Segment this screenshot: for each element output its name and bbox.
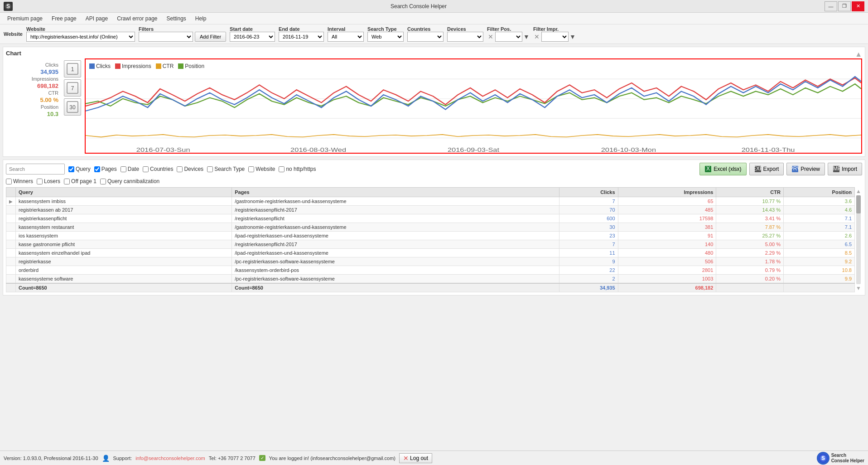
end-date-select[interactable]: 2016-11-19 xyxy=(279,32,324,42)
table-row: orderbird /kassensystem-orderbird-pos 22… xyxy=(6,266,855,275)
row-impressions: 140 xyxy=(618,240,716,249)
export-button[interactable]: EXP Export xyxy=(749,163,784,175)
menu-crawl-error[interactable]: Crawl error page xyxy=(113,15,161,23)
scroll-down-arrow[interactable]: ▼ xyxy=(856,285,861,291)
impressions-label: Impressions xyxy=(8,76,58,82)
chart-area: Clicks Impressions CTR Position xyxy=(85,58,862,154)
countries-select[interactable] xyxy=(407,32,444,42)
row-page: /gastronomie-registrierkassen-und-kassen… xyxy=(232,223,559,232)
checkbox-devices[interactable]: Devices xyxy=(177,166,203,172)
row-position: 9.2 xyxy=(783,257,854,266)
checkbox-countries[interactable]: Countries xyxy=(143,166,173,172)
footer-query-count: Count=8650 xyxy=(16,283,232,292)
website-select[interactable]: http://registrierkassen-test.info/ (Onli… xyxy=(26,32,135,42)
checkbox-no-http[interactable]: no http/https xyxy=(279,166,316,172)
row-ctr: 10.77 % xyxy=(716,197,784,206)
brand-icon: S xyxy=(817,452,829,465)
th-ctr[interactable]: CTR xyxy=(716,188,784,197)
checkbox-website[interactable]: Website xyxy=(248,166,275,172)
close-button[interactable]: ✕ xyxy=(852,1,864,11)
row-clicks: 2 xyxy=(559,275,618,284)
row-page: /kassensystem-orderbird-pos xyxy=(232,266,559,275)
brand-text: SearchConsole Helper xyxy=(831,453,864,464)
legend-ctr-checkbox[interactable] xyxy=(156,63,161,69)
support-tel: Tel: +36 7077 2 7077 xyxy=(209,455,256,461)
chart-section: Chart ▲ Clicks 34,935 Impressions 698,18… xyxy=(3,47,865,157)
clicks-line xyxy=(86,77,861,111)
table-row: kassensystem einzelhandel ipad /ipad-reg… xyxy=(6,249,855,257)
row-query: registrierkasse xyxy=(16,257,232,266)
menu-free[interactable]: Free page xyxy=(48,15,80,23)
period-7-button[interactable]: 7 xyxy=(64,79,81,97)
filter-pos-select[interactable] xyxy=(495,32,522,42)
legend-impressions-checkbox[interactable] xyxy=(115,63,121,69)
toolbar: Website Website http://registrierkassen-… xyxy=(0,24,868,44)
row-impressions: 91 xyxy=(618,232,716,240)
menu-settings[interactable]: Settings xyxy=(163,15,190,23)
row-clicks: 9 xyxy=(559,257,618,266)
start-date-select[interactable]: 2016-06-23 xyxy=(230,32,275,42)
logout-button[interactable]: ✕ Log out xyxy=(399,453,432,463)
filter-pos-clear[interactable]: ✕ xyxy=(487,33,494,40)
minimize-button[interactable]: — xyxy=(825,1,837,11)
row-ctr: 2.29 % xyxy=(716,249,784,257)
support-email-link[interactable]: info@searchconsolehelper.com xyxy=(135,455,205,461)
row-arrow xyxy=(6,223,16,232)
chart-scroll-up[interactable]: ▲ xyxy=(855,50,862,58)
interval-group: Interval All xyxy=(328,26,364,42)
period-30-button[interactable]: 30 xyxy=(64,98,81,116)
excel-button[interactable]: X Excel (xlsx) xyxy=(699,163,746,175)
search-type-group: Search Type Web xyxy=(367,26,404,42)
preview-button[interactable]: PRV Preview xyxy=(786,163,825,175)
row-page: /ipad-registrierkassen-und-kassensysteme xyxy=(232,232,559,240)
th-pages[interactable]: Pages xyxy=(232,188,559,197)
row-page: /ipad-registrierkassen-und-kassensysteme xyxy=(232,249,559,257)
menu-premium[interactable]: Premium page xyxy=(4,15,46,23)
svg-text:S: S xyxy=(6,3,10,10)
th-query[interactable]: Query xyxy=(16,188,232,197)
checkbox-query[interactable]: Query xyxy=(68,166,91,172)
checkbox-pages[interactable]: Pages xyxy=(94,166,117,172)
chart-title: Chart xyxy=(6,50,21,57)
filter-impr-select[interactable] xyxy=(541,32,569,42)
checkbox-winners[interactable]: Winners xyxy=(6,178,33,184)
checkbox-date[interactable]: Date xyxy=(121,166,139,172)
menu-help[interactable]: Help xyxy=(192,15,210,23)
filters-select[interactable] xyxy=(139,32,193,42)
devices-select[interactable] xyxy=(447,32,483,42)
filter-impr-clear[interactable]: ✕ xyxy=(533,33,540,40)
menu-api[interactable]: API page xyxy=(82,15,111,23)
search-type-select[interactable]: Web xyxy=(367,32,404,42)
th-clicks[interactable]: Clicks xyxy=(559,188,618,197)
devices-label: Devices xyxy=(447,26,483,32)
filter-impr-icon: ▼ xyxy=(569,33,576,40)
checkbox-off-page1[interactable]: Off page 1 xyxy=(64,178,96,184)
filter-impr-label: Filter Impr. xyxy=(533,26,576,32)
scroll-thumb[interactable] xyxy=(856,195,861,213)
add-filter-button[interactable]: Add Filter xyxy=(195,32,226,42)
checkbox-cannibalization[interactable]: Query cannibalization xyxy=(100,178,159,184)
th-position[interactable]: Position xyxy=(783,188,854,197)
window-controls: — ❐ ✕ xyxy=(825,1,864,11)
countries-label: Countries xyxy=(407,26,444,32)
period-1-button[interactable]: 1 xyxy=(64,60,81,78)
restore-button[interactable]: ❐ xyxy=(838,1,851,11)
interval-select[interactable]: All xyxy=(328,32,364,42)
th-impressions[interactable]: Impressions xyxy=(618,188,716,197)
scroll-up-arrow[interactable]: ▲ xyxy=(856,188,861,194)
svg-text:X: X xyxy=(706,165,710,172)
scroll-track xyxy=(856,195,861,284)
import-button[interactable]: IMP Import xyxy=(828,163,862,175)
checkbox-search-type[interactable]: Search Type xyxy=(207,166,245,172)
chart-legend: Clicks Impressions CTR Position xyxy=(89,63,204,69)
row-arrow xyxy=(6,257,16,266)
table-scroll[interactable]: Query Pages Clicks Impressions CTR Posit… xyxy=(6,187,855,292)
row-query: kasse gastronomie pflicht xyxy=(16,240,232,249)
footer-ctr-empty xyxy=(716,283,784,292)
legend-position-checkbox[interactable] xyxy=(178,63,183,69)
checkbox-losers[interactable]: Losers xyxy=(37,178,60,184)
search-input[interactable] xyxy=(6,164,65,174)
row-ctr: 0.79 % xyxy=(716,266,784,275)
legend-clicks-checkbox[interactable] xyxy=(89,63,95,69)
scrollbar[interactable]: ▲ ▼ xyxy=(855,187,862,292)
